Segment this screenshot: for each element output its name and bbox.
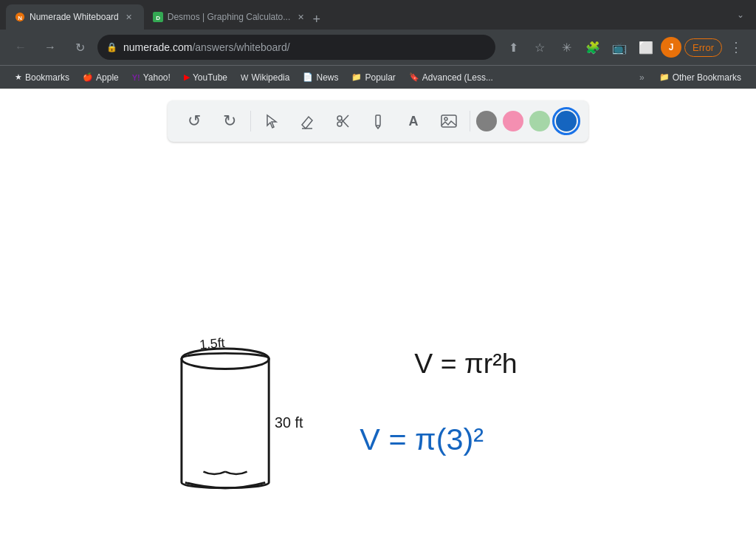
pen-tool-button[interactable] xyxy=(363,106,393,136)
title-bar: N Numerade Whiteboard ✕ D Desmos | Graph… xyxy=(0,0,756,30)
color-gray-button[interactable] xyxy=(476,111,497,131)
extension2-button[interactable]: 🧩 xyxy=(581,35,605,59)
svg-rect-10 xyxy=(441,115,456,127)
apple-icon: 🍎 xyxy=(83,72,93,82)
image-tool-button[interactable] xyxy=(434,106,464,136)
nav-actions: ⬆ ☆ ✳ 🧩 📺 ⬜ J Error ⋮ xyxy=(501,35,747,59)
svg-text:30 ft: 30 ft xyxy=(275,414,303,431)
bookmark-youtube-label: YouTube xyxy=(193,72,227,83)
error-button[interactable]: Error xyxy=(684,38,722,57)
svg-rect-9 xyxy=(376,115,380,126)
whiteboard-content: ↺ ↻ xyxy=(0,89,756,548)
window-menu-button[interactable]: ⌄ xyxy=(731,7,750,23)
bookmark-wikipedia-label: Wikipedia xyxy=(251,72,289,83)
address-bar[interactable]: 🔒 numerade.com/answers/whiteboard/ xyxy=(97,35,495,60)
bookmark-news-label: News xyxy=(316,72,338,83)
advanced-icon: 🔖 xyxy=(409,72,419,82)
bookmark-advanced[interactable]: 🔖 Advanced (Less... xyxy=(403,69,499,86)
error-label: Error xyxy=(693,42,714,53)
nav-bar: ← → ↻ 🔒 numerade.com/answers/whiteboard/… xyxy=(0,30,756,65)
news-icon: 📄 xyxy=(303,72,313,82)
wikipedia-icon: W xyxy=(241,73,248,82)
desmos-favicon: D xyxy=(153,12,163,22)
toolbar-divider-2 xyxy=(470,111,470,131)
svg-text:V = π(3)²: V = π(3)² xyxy=(360,422,484,456)
numerade-favicon: N xyxy=(15,12,25,22)
address-text: numerade.com/answers/whiteboard/ xyxy=(123,41,290,53)
yahoo-icon: Y! xyxy=(132,73,140,82)
popular-icon: 📁 xyxy=(351,72,362,82)
drawing-area[interactable]: 1.5ft 30 ft V = πr²h V = π(3)² xyxy=(0,148,756,548)
other-bookmarks[interactable]: 📁 Other Bookmarks xyxy=(653,69,747,86)
bookmarks-more-button[interactable]: » xyxy=(635,69,649,86)
eraser-tool-button[interactable] xyxy=(292,106,322,136)
scissors-icon xyxy=(334,113,351,129)
svg-text:V = πr²h: V = πr²h xyxy=(414,348,517,379)
eraser-icon xyxy=(299,113,315,129)
svg-text:1.5ft: 1.5ft xyxy=(199,335,225,352)
bookmark-bookmarks[interactable]: ★ Bookmarks xyxy=(9,69,75,86)
color-blue-button[interactable] xyxy=(556,111,577,131)
refresh-icon: ↻ xyxy=(75,41,85,55)
forward-icon: → xyxy=(44,41,56,54)
window-controls: ⌄ xyxy=(731,7,750,23)
tab-desmos[interactable]: D Desmos | Graphing Calculato... ✕ xyxy=(144,4,306,30)
text-tool-button[interactable]: A xyxy=(399,106,428,136)
image-icon xyxy=(440,112,458,130)
back-icon: ← xyxy=(15,41,27,54)
cast-button[interactable]: 📺 xyxy=(608,35,631,59)
svg-text:N: N xyxy=(18,15,22,21)
bookmark-wikipedia[interactable]: W Wikipedia xyxy=(235,69,295,86)
extension1-button[interactable]: ✳ xyxy=(554,35,578,59)
whiteboard-svg: 1.5ft 30 ft V = πr²h V = π(3)² xyxy=(0,148,756,548)
bookmarks-icon: ★ xyxy=(15,72,22,82)
scissors-tool-button[interactable] xyxy=(328,106,357,136)
tab-numerade-close[interactable]: ✕ xyxy=(123,11,135,23)
svg-point-12 xyxy=(182,349,269,369)
bookmark-youtube[interactable]: ▶ YouTube xyxy=(178,69,233,86)
toolbar-divider-1 xyxy=(250,111,251,131)
redo-button[interactable]: ↻ xyxy=(215,106,244,136)
refresh-button[interactable]: ↻ xyxy=(68,35,92,59)
bookmark-yahoo-label: Yahoo! xyxy=(143,72,171,83)
bookmark-advanced-label: Advanced (Less... xyxy=(422,72,493,83)
bookmark-apple[interactable]: 🍎 Apple xyxy=(77,69,125,86)
tab-numerade[interactable]: N Numerade Whiteboard ✕ xyxy=(6,4,144,30)
tab-desmos-label: Desmos | Graphing Calculato... xyxy=(168,12,291,22)
bookmark-apple-label: Apple xyxy=(96,72,119,83)
profile-button[interactable]: J xyxy=(661,37,681,58)
browser-menu-button[interactable]: ⋮ xyxy=(725,36,747,58)
cursor-icon xyxy=(264,113,280,129)
tab-numerade-label: Numerade Whiteboard xyxy=(30,12,119,22)
undo-icon: ↺ xyxy=(188,112,201,131)
fullscreen-button[interactable]: ⬜ xyxy=(634,35,658,59)
bookmark-yahoo[interactable]: Y! Yahoo! xyxy=(126,69,176,86)
forward-button[interactable]: → xyxy=(38,35,62,59)
other-bookmarks-icon: 📁 xyxy=(659,72,670,82)
bookmark-news[interactable]: 📄 News xyxy=(297,69,344,86)
other-bookmarks-label: Other Bookmarks xyxy=(673,72,741,83)
share-button[interactable]: ⬆ xyxy=(501,35,525,59)
undo-button[interactable]: ↺ xyxy=(179,106,209,136)
bookmark-popular[interactable]: 📁 Popular xyxy=(346,69,401,86)
select-tool-button[interactable] xyxy=(257,106,286,136)
lock-icon: 🔒 xyxy=(106,42,117,52)
tab-desmos-close[interactable]: ✕ xyxy=(295,11,306,23)
svg-text:D: D xyxy=(156,15,160,21)
bookmark-popular-label: Popular xyxy=(365,72,395,83)
bookmark-button[interactable]: ☆ xyxy=(528,35,551,59)
bookmarks-bar: ★ Bookmarks 🍎 Apple Y! Yahoo! ▶ YouTube … xyxy=(0,65,756,89)
pen-icon xyxy=(370,113,386,129)
whiteboard-toolbar: ↺ ↻ xyxy=(168,100,588,142)
text-tool-icon: A xyxy=(409,114,419,129)
svg-point-11 xyxy=(444,117,447,120)
color-green-button[interactable] xyxy=(529,111,550,131)
color-pink-button[interactable] xyxy=(503,111,523,131)
youtube-icon: ▶ xyxy=(184,72,190,82)
new-tab-button[interactable]: + xyxy=(306,9,327,30)
svg-line-7 xyxy=(341,120,348,128)
svg-line-8 xyxy=(341,115,348,123)
tabs-area: N Numerade Whiteboard ✕ D Desmos | Graph… xyxy=(6,0,728,30)
back-button[interactable]: ← xyxy=(9,35,32,59)
redo-icon: ↻ xyxy=(223,112,236,131)
